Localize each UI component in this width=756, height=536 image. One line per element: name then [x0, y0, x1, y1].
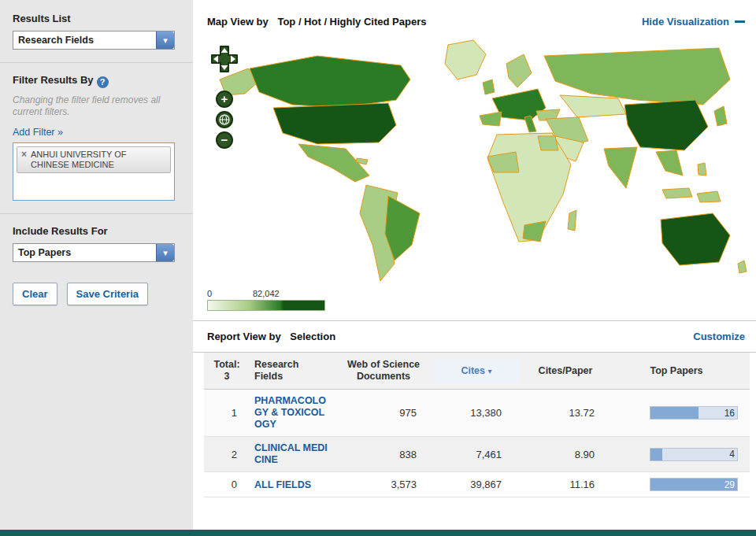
- map-region: [698, 163, 706, 176]
- row-cites: 13,380: [434, 401, 519, 424]
- chevron-down-icon[interactable]: ▾: [156, 31, 174, 49]
- row-rank: 2: [204, 443, 250, 466]
- research-field-link[interactable]: ALL FIELDS: [254, 479, 311, 491]
- remove-tag-icon[interactable]: ×: [21, 150, 27, 160]
- save-criteria-button[interactable]: Save Criteria: [67, 283, 149, 305]
- include-results-dropdown[interactable]: Top Papers ▾: [13, 243, 175, 262]
- research-field-link[interactable]: PHARMACOLOGY & TOXICOLOGY: [254, 395, 328, 431]
- results-list-dropdown[interactable]: Research Fields ▾: [13, 31, 175, 50]
- pan-control[interactable]: [210, 45, 239, 73]
- top-papers-bar-fill: [650, 449, 662, 460]
- row-top-papers-cell: 4: [612, 442, 741, 467]
- hide-visualization-link[interactable]: Hide Visualization: [642, 16, 745, 28]
- map-region: [604, 147, 637, 188]
- map-region: [714, 106, 727, 126]
- map-region: [738, 261, 747, 273]
- table-header-row: Total: 3 Research Fields Web of Science …: [204, 353, 750, 390]
- row-rank: 0: [204, 473, 250, 496]
- map-region: [697, 191, 721, 202]
- total-count-header: Total: 3: [204, 353, 250, 389]
- main-content: Map View by Top / Hot / Highly Cited Pap…: [193, 0, 756, 530]
- row-docs: 975: [333, 401, 434, 424]
- map-region: [273, 103, 396, 144]
- table-row: 0 ALL FIELDS 3,573 39,867 11.16 29: [204, 472, 750, 497]
- map-title-main: Top / Hot / Highly Cited Papers: [277, 16, 426, 28]
- report-title-main: Selection: [290, 331, 335, 342]
- column-header-top-papers: Top Papers: [612, 359, 741, 383]
- filter-results-label: Filter Results By: [13, 74, 94, 86]
- top-papers-bar: 29: [650, 478, 738, 491]
- add-filter-link[interactable]: Add Filter »: [13, 127, 63, 138]
- column-header-cites[interactable]: Cites ▾: [434, 359, 519, 383]
- cites-header-label: Cites: [461, 365, 485, 376]
- map-region: [506, 54, 532, 87]
- table-row: 1 PHARMACOLOGY & TOXICOLOGY 975 13,380 1…: [204, 390, 750, 437]
- column-header-wos-documents: Web of Science Documents: [333, 353, 434, 389]
- customize-link[interactable]: Customize: [693, 331, 745, 342]
- legend-min-value: 0: [207, 289, 212, 298]
- report-view-header: Report View by Selection Customize: [193, 320, 756, 353]
- row-field-cell: ALL FIELDS: [250, 473, 333, 497]
- esi-application: Results List Research Fields ▾ Filter Re…: [0, 0, 756, 536]
- map-view-header: Map View by Top / Hot / Highly Cited Pap…: [193, 0, 756, 34]
- chevron-down-icon[interactable]: ▾: [156, 244, 174, 261]
- globe-reset-button[interactable]: [216, 111, 233, 128]
- map-color-legend: 0 82,042: [207, 289, 325, 311]
- collapse-icon[interactable]: [735, 20, 745, 23]
- filter-tag[interactable]: × ANHUI UNIVERSITY OF CHINESE MEDICINE: [17, 146, 171, 173]
- legend-gradient-bar: [207, 300, 325, 311]
- map-region: [480, 112, 502, 126]
- results-table: Total: 3 Research Fields Web of Science …: [204, 353, 750, 497]
- top-papers-bar-fill: [650, 407, 699, 419]
- table-row: 2 CLINICAL MEDICINE 838 7,461 8.90 4: [204, 437, 750, 472]
- report-title-prefix: Report View by: [207, 331, 281, 342]
- include-results-selected-value: Top Papers: [13, 244, 156, 261]
- map-region: [560, 95, 626, 117]
- map-region: [538, 136, 558, 150]
- column-header-cites-per-paper: Cites/Paper: [519, 359, 612, 383]
- map-region: [661, 213, 730, 265]
- filter-tag-label: ANHUI UNIVERSITY OF CHINESE MEDICINE: [31, 150, 141, 170]
- map-region: [524, 116, 536, 132]
- row-cites: 39,867: [434, 473, 519, 496]
- row-cites-per-paper: 13.72: [519, 401, 612, 424]
- report-view-title: Report View by Selection: [207, 331, 335, 342]
- filter-note-text: Changing the filter field removes all cu…: [13, 94, 170, 118]
- filter-text-input[interactable]: [17, 176, 171, 197]
- world-map-container: + −: [199, 34, 756, 284]
- map-region: [250, 56, 410, 108]
- top-papers-value: 4: [729, 449, 735, 460]
- research-field-link[interactable]: CLINICAL MEDICINE: [254, 442, 328, 466]
- hide-visualization-label: Hide Visualization: [642, 16, 729, 28]
- sidebar-divider: [0, 62, 193, 63]
- sidebar-buttons: Clear Save Criteria: [13, 283, 180, 305]
- zoom-in-button[interactable]: +: [216, 91, 233, 108]
- zoom-controls: + −: [216, 91, 233, 149]
- help-icon[interactable]: ?: [97, 76, 109, 88]
- row-cites-per-paper: 8.90: [519, 443, 612, 466]
- map-region: [483, 79, 495, 94]
- filter-values-box[interactable]: × ANHUI UNIVERSITY OF CHINESE MEDICINE: [13, 142, 175, 201]
- total-label: Total:: [213, 359, 239, 370]
- results-list-heading: Results List: [13, 13, 180, 24]
- page-footer-bar: [0, 530, 756, 536]
- column-header-research-fields: Research Fields: [250, 353, 333, 389]
- total-value: 3: [224, 371, 230, 382]
- include-results-heading: Include Results For: [13, 225, 180, 237]
- map-region: [624, 100, 708, 150]
- clear-button[interactable]: Clear: [13, 283, 57, 305]
- sort-descending-icon: ▾: [488, 367, 492, 375]
- top-papers-value: 29: [724, 479, 735, 490]
- world-map-visualization[interactable]: [199, 34, 750, 284]
- row-top-papers-cell: 16: [612, 401, 741, 425]
- row-top-papers-cell: 29: [612, 472, 741, 497]
- map-controls: + −: [210, 45, 239, 149]
- zoom-out-button[interactable]: −: [216, 131, 233, 149]
- map-view-title: Map View by Top / Hot / Highly Cited Pap…: [207, 16, 426, 28]
- row-rank: 1: [204, 401, 250, 424]
- row-cites-per-paper: 11.16: [519, 473, 612, 496]
- top-papers-bar: 4: [650, 448, 738, 461]
- row-cites: 7,461: [434, 443, 519, 466]
- map-region: [445, 40, 486, 79]
- map-title-prefix: Map View by: [207, 16, 269, 28]
